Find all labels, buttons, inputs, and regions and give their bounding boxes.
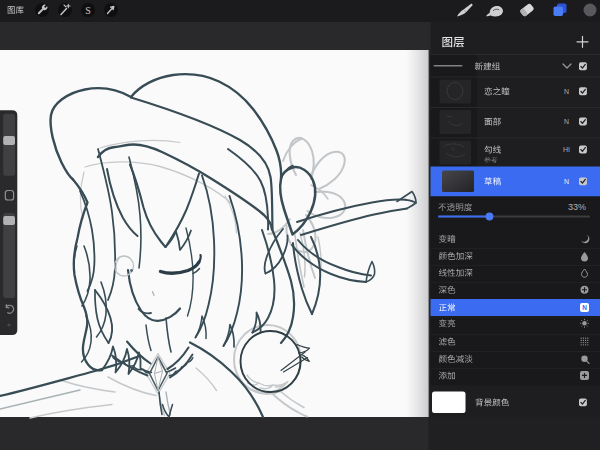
svg-text:HI: HI	[563, 146, 570, 153]
svg-text:N: N	[582, 304, 587, 311]
svg-text:S: S	[85, 5, 91, 16]
svg-text:N: N	[564, 88, 569, 95]
svg-text:33%: 33%	[568, 202, 586, 212]
svg-text:N: N	[564, 178, 569, 185]
svg-text:N: N	[564, 118, 569, 125]
